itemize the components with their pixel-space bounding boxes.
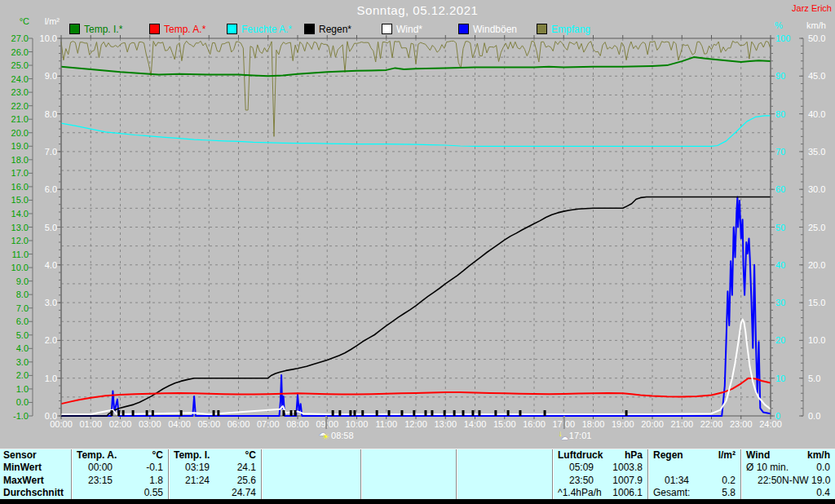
table-cell: 1006.1: [612, 487, 643, 499]
table-cell: 23:15: [77, 475, 113, 487]
svg-text:7.0: 7.0: [45, 147, 57, 157]
table-cell: °C: [245, 449, 256, 462]
svg-text:6.0: 6.0: [16, 316, 29, 326]
table-group-empty: [261, 449, 360, 499]
svg-text:15.0: 15.0: [808, 298, 825, 307]
svg-text:13:00: 13:00: [434, 419, 457, 429]
table-header-row: Temp. I.°C: [169, 449, 261, 462]
table-cell: 1007.9: [612, 475, 643, 487]
table-cell: -0.1: [146, 462, 163, 474]
table-row: [361, 475, 456, 487]
svg-text:19:00: 19:00: [612, 419, 634, 429]
stats-table: SensorMinWertMaxWertDurchschnittTemp. A.…: [0, 449, 835, 499]
svg-text:20:00: 20:00: [641, 419, 664, 429]
svg-text:10.0: 10.0: [40, 33, 57, 43]
table-cell: Temp. A.: [77, 449, 117, 462]
table-cell: 23:50: [558, 475, 594, 487]
svg-text:1.0: 1.0: [16, 384, 29, 394]
legend-item-empfang[interactable]: Empfang: [537, 24, 590, 34]
svg-text:8.0: 8.0: [16, 290, 29, 299]
sunset-time-label: 17:01: [569, 431, 592, 440]
series-empfang: [61, 41, 771, 136]
table-header-row: Regenl/m²: [648, 449, 740, 462]
svg-text:60: 60: [775, 184, 785, 194]
svg-text:15.0: 15.0: [11, 195, 29, 205]
table-group-regen: Regenl/m²01:340.2Gesamt:5.8: [647, 449, 740, 499]
table-header-row: Temp. A.°C: [72, 449, 168, 462]
svg-text:07:00: 07:00: [257, 419, 280, 429]
table-row-label: MinWert: [0, 462, 71, 474]
table-cell: 05:09: [558, 462, 594, 474]
table-row: [457, 462, 552, 474]
svg-text:11.0: 11.0: [11, 250, 29, 259]
table-header-row: LuftdruckhPa: [553, 449, 647, 462]
svg-text:18:00: 18:00: [582, 419, 605, 429]
table-row: Ø 10 min.0.0: [741, 462, 835, 474]
table-row: 03:1924.1: [169, 462, 261, 474]
right-wind-axis-unit: km/h: [806, 20, 826, 30]
legend-item-temp-a[interactable]: Temp. A.*: [149, 24, 205, 34]
table-row: 22:50N-NW 19.0: [741, 475, 835, 487]
svg-text:11:00: 11:00: [375, 419, 397, 429]
svg-text:02:00: 02:00: [109, 419, 132, 429]
table-cell: 01:34: [653, 475, 689, 487]
table-cell: l/m²: [718, 449, 736, 462]
svg-text:80: 80: [775, 109, 785, 119]
table-cell: 1003.8: [612, 462, 643, 474]
svg-text:3.0: 3.0: [16, 357, 29, 367]
svg-text:24.0: 24.0: [11, 74, 29, 84]
table-cell: 24.1: [237, 462, 256, 474]
table-cell: Ø 10 min.: [746, 462, 789, 474]
legend-label: Temp. I.*: [84, 24, 122, 35]
svg-text:100: 100: [775, 33, 790, 43]
table-cell: °C: [152, 449, 163, 462]
legend-item-temp-i[interactable]: Temp. I.*: [69, 24, 122, 34]
table-row: [262, 487, 360, 499]
table-row-labels-column: SensorMinWertMaxWertDurchschnitt: [0, 449, 71, 499]
svg-text:9.0: 9.0: [45, 71, 57, 81]
svg-text:18.0: 18.0: [11, 155, 29, 165]
svg-text:13.0: 13.0: [11, 223, 29, 232]
chart-plot-area[interactable]: -1.00.01.02.03.04.05.06.07.08.09.010.011…: [0, 0, 835, 447]
legend-label: Wind*: [396, 24, 422, 35]
table-row: Gesamt:5.8: [648, 487, 740, 499]
sunset-marker: ↓☁17:01: [557, 430, 592, 441]
svg-text:10.0: 10.0: [11, 263, 29, 272]
table-cell: 00:00: [77, 462, 113, 474]
table-row: 24.74: [169, 487, 261, 499]
svg-text:-1.0: -1.0: [13, 411, 29, 421]
table-cell: 1.8: [149, 475, 163, 487]
legend-item-regen[interactable]: Regen*: [304, 24, 351, 34]
svg-text:21.0: 21.0: [11, 114, 29, 124]
svg-text:14.0: 14.0: [11, 209, 29, 219]
svg-text:30: 30: [775, 298, 785, 307]
svg-text:40.0: 40.0: [808, 109, 825, 119]
table-row: 0.55: [72, 487, 168, 499]
svg-text:7.0: 7.0: [16, 303, 29, 313]
table-cell: 03:19: [174, 462, 210, 474]
svg-text:10: 10: [775, 374, 785, 383]
table-cell: hPa: [625, 449, 643, 462]
legend-label: Temp. A.*: [164, 24, 205, 35]
svg-text:15:00: 15:00: [493, 419, 516, 429]
axis-humidity-pct: 0102030405060708090100: [771, 33, 790, 421]
table-header-row: [262, 449, 360, 462]
table-cell: 22:50: [746, 475, 782, 487]
table-row: [648, 462, 740, 474]
svg-text:8.0: 8.0: [45, 109, 57, 119]
svg-text:20.0: 20.0: [11, 128, 29, 138]
table-cell: 5.8: [722, 487, 736, 499]
legend-item-windböen[interactable]: Windböen: [458, 24, 517, 34]
table-row: 21:2425.6: [169, 475, 261, 487]
svg-text:16:00: 16:00: [523, 419, 546, 429]
svg-text:08:00: 08:00: [286, 419, 309, 429]
table-row: 05:091003.8: [553, 462, 647, 474]
table-row: 0.4: [741, 487, 835, 499]
svg-text:9.0: 9.0: [16, 276, 29, 286]
table-cell: 0.55: [144, 487, 163, 499]
axis-rain-lm2: 0.01.02.03.04.05.06.07.08.09.010.0: [40, 33, 61, 421]
legend-item-feuchte-a[interactable]: Feuchte A.*: [227, 24, 292, 34]
weather-app-window: -1.00.01.02.03.04.05.06.07.08.09.010.011…: [0, 0, 835, 504]
table-group-luftdruck: LuftdruckhPa05:091003.823:501007.9^1.4hP…: [552, 449, 647, 499]
legend-item-wind[interactable]: Wind*: [382, 24, 422, 34]
